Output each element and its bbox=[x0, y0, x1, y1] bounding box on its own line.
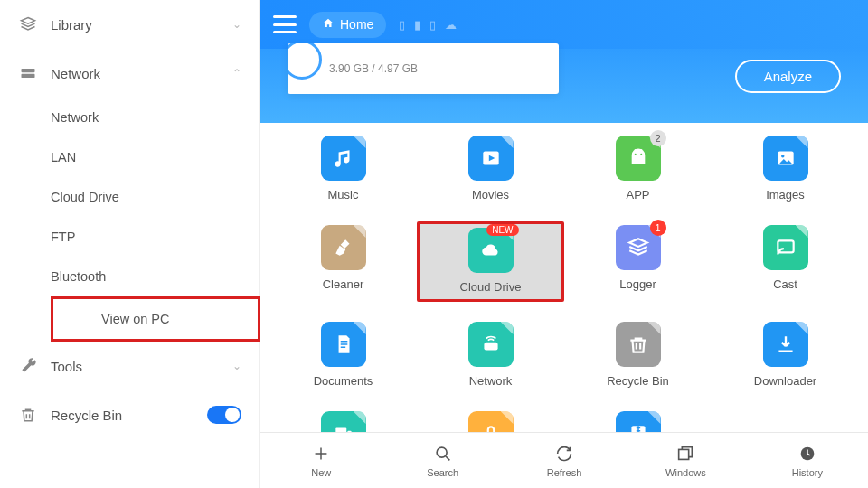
sidebar-label: Recycle Bin bbox=[51, 408, 207, 423]
nav-label: Search bbox=[427, 467, 458, 478]
category-label: Logger bbox=[619, 277, 656, 291]
sidebar-item-library[interactable]: Library ⌄ bbox=[0, 0, 259, 49]
category-label: Documents bbox=[314, 374, 373, 388]
category-documents[interactable]: Documents bbox=[269, 318, 417, 391]
bottom-nav: NewSearchRefreshWindowsHistory bbox=[260, 432, 868, 488]
nav-label: Refresh bbox=[547, 467, 582, 478]
category-label: Movies bbox=[472, 188, 509, 202]
sidebar-item-tools[interactable]: Tools ⌄ bbox=[0, 342, 259, 390]
nav-refresh[interactable]: Refresh bbox=[504, 433, 625, 488]
sidebar-item-recycle[interactable]: Recycle Bin bbox=[0, 390, 259, 439]
cast-icon bbox=[763, 225, 808, 270]
category-logger[interactable]: 1 Logger bbox=[564, 221, 712, 302]
main: Home ▯ ▮ ▯ ☁ 3.90 GB / 4.97 GB Analyze M bbox=[260, 0, 868, 488]
nav-search[interactable]: Search bbox=[382, 433, 503, 488]
sidebar-sub-view-on-pc[interactable]: View on PC bbox=[51, 296, 260, 342]
category-app[interactable]: 2 APP bbox=[564, 132, 712, 205]
category-label: APP bbox=[626, 188, 649, 202]
nav-label: Windows bbox=[665, 467, 706, 478]
download-icon bbox=[763, 322, 808, 367]
svg-rect-1 bbox=[22, 74, 35, 78]
analyze-button[interactable]: Analyze bbox=[735, 60, 841, 93]
svg-point-14 bbox=[437, 447, 447, 457]
count-badge: 2 bbox=[650, 130, 666, 146]
svg-rect-8 bbox=[484, 343, 497, 351]
storage-text: 3.90 GB / 4.97 GB bbox=[329, 62, 418, 75]
hero-banner: 3.90 GB / 4.97 GB Analyze bbox=[260, 49, 868, 123]
sidebar-sub-ftp[interactable]: FTP bbox=[51, 217, 259, 257]
category-label: Recycle Bin bbox=[607, 374, 669, 388]
sidebar-sub-bluetooth[interactable]: Bluetooth bbox=[51, 257, 259, 296]
home-icon bbox=[322, 17, 335, 33]
lock-icon bbox=[468, 411, 514, 432]
windows-icon bbox=[675, 444, 695, 464]
svg-rect-0 bbox=[22, 69, 35, 72]
home-tab[interactable]: Home bbox=[309, 12, 386, 38]
wifi-icon bbox=[468, 322, 514, 367]
category-cleaner[interactable]: Cleaner bbox=[269, 221, 417, 302]
folder-icon[interactable]: ▮ bbox=[414, 18, 420, 32]
topbar: Home ▯ ▮ ▯ ☁ bbox=[260, 0, 868, 49]
stack-icon bbox=[18, 14, 38, 34]
category-downloader[interactable]: Downloader bbox=[712, 318, 859, 391]
cloud-icon[interactable]: ☁ bbox=[445, 18, 457, 32]
nav-history[interactable]: History bbox=[747, 433, 868, 488]
category-label: Music bbox=[328, 188, 359, 202]
storage-card[interactable]: 3.90 GB / 4.97 GB bbox=[288, 43, 559, 94]
category-cloud-drive[interactable]: NEW Cloud Drive bbox=[417, 221, 564, 302]
recycle-toggle[interactable] bbox=[207, 406, 241, 424]
sidebar-network-sublist: Network LAN Cloud Drive FTP Bluetooth Vi… bbox=[0, 98, 259, 342]
svg-point-4 bbox=[640, 154, 642, 155]
category-recycle-bin[interactable]: Recycle Bin bbox=[564, 318, 712, 391]
stack-icon: 1 bbox=[616, 225, 661, 270]
zip-icon bbox=[616, 411, 661, 432]
trash-icon bbox=[18, 405, 38, 425]
category-label: Cloud Drive bbox=[460, 280, 522, 294]
count-badge: 1 bbox=[650, 220, 666, 236]
pc-icon bbox=[321, 411, 366, 432]
svg-point-3 bbox=[634, 154, 636, 155]
category-encrypted[interactable]: Encrypted bbox=[417, 408, 564, 432]
wrench-icon bbox=[18, 356, 38, 376]
play-icon bbox=[468, 136, 514, 181]
network-icon bbox=[18, 63, 38, 83]
category-images[interactable]: Images bbox=[712, 132, 859, 205]
chat-icon[interactable]: ▯ bbox=[429, 18, 436, 32]
category-network[interactable]: Network bbox=[417, 318, 564, 391]
category-movies[interactable]: Movies bbox=[417, 132, 564, 205]
category-label: Network bbox=[469, 374, 513, 388]
chevron-down-icon: ⌄ bbox=[232, 18, 241, 31]
category-music[interactable]: Music bbox=[269, 132, 417, 205]
svg-rect-9 bbox=[335, 428, 346, 433]
plus-icon bbox=[311, 444, 331, 464]
trash-icon bbox=[616, 322, 661, 367]
sidebar-label: Library bbox=[51, 17, 232, 33]
sidebar-label: Network bbox=[51, 66, 232, 81]
category-label: Downloader bbox=[754, 374, 816, 388]
category-grid-wrap: Music Movies 2 APP Images Cleaner NEW Cl… bbox=[260, 123, 868, 432]
chevron-down-icon: ⌄ bbox=[232, 360, 241, 372]
category-label: Cast bbox=[773, 277, 797, 291]
doc-icon bbox=[321, 322, 366, 367]
chevron-up-icon: ⌃ bbox=[232, 67, 241, 80]
sidebar-sub-cloud-drive[interactable]: Cloud Drive bbox=[51, 177, 259, 217]
new-badge: NEW bbox=[486, 224, 518, 236]
nav-windows[interactable]: Windows bbox=[625, 433, 746, 488]
sidebar-sub-network[interactable]: Network bbox=[51, 98, 259, 137]
category-cast[interactable]: Cast bbox=[712, 221, 859, 302]
svg-rect-10 bbox=[347, 431, 351, 432]
person-icon[interactable]: ▯ bbox=[399, 18, 405, 32]
nav-new[interactable]: New bbox=[260, 433, 382, 488]
category-view-on-pc[interactable]: View on PC bbox=[269, 408, 417, 432]
category-compressed[interactable]: Compressed bbox=[564, 408, 712, 432]
category-label: Cleaner bbox=[323, 277, 364, 291]
usage-ring-icon bbox=[288, 43, 322, 80]
menu-icon[interactable] bbox=[273, 15, 297, 33]
sidebar-label: Tools bbox=[51, 359, 232, 374]
broom-icon bbox=[321, 225, 366, 270]
sidebar-sub-lan[interactable]: LAN bbox=[51, 137, 259, 177]
category-label: Images bbox=[766, 188, 805, 202]
search-icon bbox=[433, 444, 453, 464]
sidebar-item-network[interactable]: Network ⌃ bbox=[0, 49, 259, 98]
music-icon bbox=[321, 136, 366, 181]
